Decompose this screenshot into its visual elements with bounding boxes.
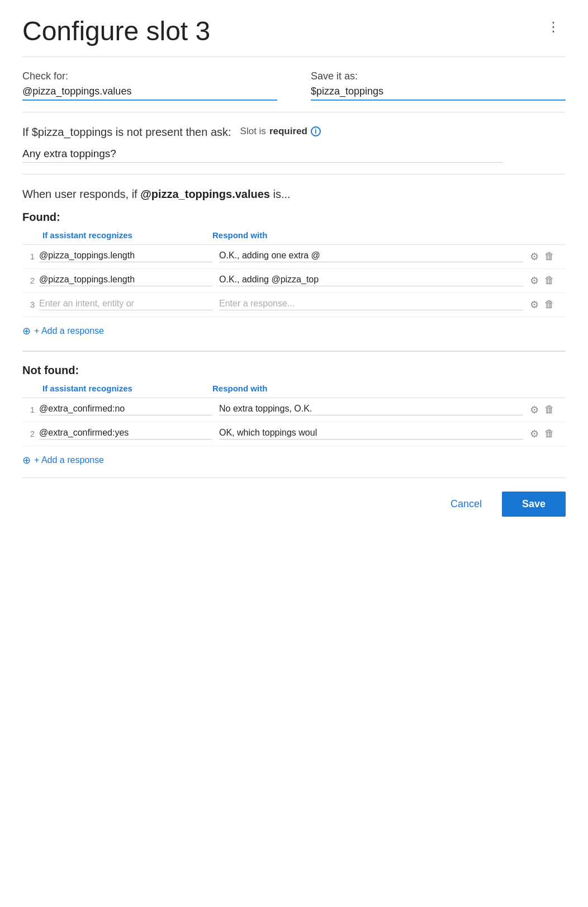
row-number: 3 [22,300,39,309]
not-found-rows-container: 1 @extra_confirmed:no No extra toppings,… [22,398,566,446]
row-respond[interactable]: O.K., adding @pizza_top [219,275,523,286]
found-section: Found: If assistant recognizes Respond w… [22,211,566,351]
save-as-group: Save it as: $pizza_toppings [311,70,566,101]
found-add-icon: ⊕ [22,325,31,337]
found-title: Found: [22,211,566,224]
not-found-add-icon: ⊕ [22,454,31,466]
save-as-value[interactable]: $pizza_toppings [311,86,566,101]
table-row: 3 Enter an intent, entity or Enter a res… [22,293,566,317]
if-not-present-text: If $pizza_toppings is not present then a… [22,126,231,139]
check-for-group: Check for: @pizza_toppings.values [22,70,277,101]
if-not-present-section: If $pizza_toppings is not present then a… [22,112,566,174]
found-col-recognizes-header: If assistant recognizes [22,230,212,240]
delete-icon[interactable]: 🗑 [544,404,554,415]
delete-icon[interactable]: 🗑 [544,275,554,286]
row-recognizes[interactable]: @pizza_toppings.length [39,251,212,262]
check-save-section: Check for: @pizza_toppings.values Save i… [22,57,566,112]
settings-icon[interactable]: ⚙ [530,428,539,440]
row-respond[interactable]: OK, which toppings woul [219,428,523,440]
table-row: 2 @extra_confirmed:yes OK, which topping… [22,422,566,446]
delete-icon[interactable]: 🗑 [544,428,554,440]
more-options-icon[interactable]: ⋮ [542,17,566,37]
info-icon[interactable]: i [311,126,321,136]
not-found-section: Not found: If assistant recognizes Respo… [22,351,566,466]
row-actions: ⚙ 🗑 [530,251,566,263]
found-add-response-label: + Add a response [34,326,104,336]
slot-required-label: Slot is [240,126,266,137]
page-title: Configure slot 3 [22,17,210,46]
not-found-table-header: If assistant recognizes Respond with [22,384,566,398]
not-found-title: Not found: [22,364,566,377]
settings-icon[interactable]: ⚙ [530,299,539,311]
row-respond[interactable]: Enter a response... [219,299,523,310]
slot-required-bold: required [269,126,307,137]
table-row: 2 @pizza_toppings.length O.K., adding @p… [22,269,566,293]
found-table-header: If assistant recognizes Respond with [22,230,566,245]
row-number: 2 [22,276,39,285]
delete-icon[interactable]: 🗑 [544,251,554,262]
row-recognizes[interactable]: @pizza_toppings.length [39,275,212,286]
row-actions: ⚙ 🗑 [530,428,566,440]
footer: Cancel Save [22,478,566,522]
cancel-button[interactable]: Cancel [439,493,493,516]
save-as-label: Save it as: [311,70,566,82]
row-actions: ⚙ 🗑 [530,275,566,287]
found-rows-container: 1 @pizza_toppings.length O.K., adding on… [22,245,566,317]
found-add-response-button[interactable]: ⊕ + Add a response [22,325,566,337]
when-text-after: is... [270,188,291,200]
row-recognizes[interactable]: @extra_confirmed:yes [39,428,212,440]
row-recognizes[interactable]: Enter an intent, entity or [39,299,212,310]
delete-icon[interactable]: 🗑 [544,299,554,310]
when-text-before: When user responds, if [22,188,140,200]
when-responds-section: When user responds, if @pizza_toppings.v… [22,174,566,466]
row-number: 1 [22,252,39,261]
when-entity: @pizza_toppings.values [140,188,270,200]
save-button[interactable]: Save [502,492,566,517]
table-row: 1 @pizza_toppings.length O.K., adding on… [22,245,566,269]
found-col-respond-header: Respond with [212,230,566,240]
not-found-col-respond-header: Respond with [212,384,566,393]
not-found-add-response-label: + Add a response [34,455,104,465]
ask-question-value[interactable]: Any extra toppings? [22,148,503,163]
not-found-add-response-button[interactable]: ⊕ + Add a response [22,454,566,466]
row-number: 2 [22,429,39,438]
row-recognizes[interactable]: @extra_confirmed:no [39,404,212,415]
row-respond[interactable]: No extra toppings, O.K. [219,404,523,415]
check-for-label: Check for: [22,70,277,82]
row-actions: ⚙ 🗑 [530,299,566,311]
table-row: 1 @extra_confirmed:no No extra toppings,… [22,398,566,422]
row-number: 1 [22,405,39,414]
slot-required-badge: Slot is required i [240,126,321,137]
settings-icon[interactable]: ⚙ [530,404,539,416]
when-text: When user responds, if @pizza_toppings.v… [22,188,566,201]
check-for-value[interactable]: @pizza_toppings.values [22,86,277,101]
settings-icon[interactable]: ⚙ [530,275,539,287]
row-respond[interactable]: O.K., adding one extra @ [219,251,523,262]
not-found-col-recognizes-header: If assistant recognizes [22,384,212,393]
row-actions: ⚙ 🗑 [530,404,566,416]
settings-icon[interactable]: ⚙ [530,251,539,263]
